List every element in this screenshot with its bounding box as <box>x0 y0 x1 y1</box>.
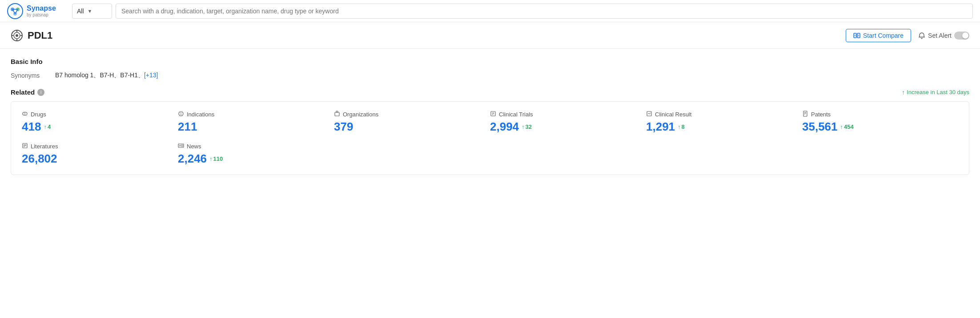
stat-increase: ↑110 <box>209 155 223 162</box>
navbar: Synapse by patsnap All ▼ <box>0 0 980 22</box>
increase-label: ↑ Increase in Last 30 days <box>902 89 969 96</box>
stats-grid-row2: Literatures26,802News2,246↑110 <box>22 143 958 166</box>
stat-label: Patents <box>802 111 958 118</box>
stat-label: Drugs <box>22 111 178 118</box>
stat-number[interactable]: 35,561 <box>802 120 838 134</box>
result-icon <box>646 111 652 118</box>
stat-label: Indications <box>178 111 334 118</box>
arrow-up-icon: ↑ <box>840 123 843 130</box>
logo-bypatsnap-label: by patsnap <box>27 12 56 17</box>
stats-grid-container: Drugs418↑4Indications211Organizations379… <box>11 101 969 175</box>
increase-value: 32 <box>526 123 532 130</box>
stat-label: Clinical Trials <box>490 111 646 118</box>
stat-label-text: Indications <box>187 111 214 118</box>
stat-number[interactable]: 211 <box>178 120 197 134</box>
stat-value-row: 418↑4 <box>22 120 178 134</box>
chevron-down-icon: ▼ <box>88 8 92 14</box>
stat-label-text: News <box>187 143 201 150</box>
org-icon <box>334 111 340 118</box>
svg-rect-22 <box>335 112 339 116</box>
stat-number[interactable]: 379 <box>334 120 353 134</box>
stat-item[interactable]: Literatures26,802 <box>22 143 178 166</box>
synonyms-more-link[interactable]: [+13] <box>144 72 158 79</box>
patents-icon <box>802 111 808 118</box>
toggle-knob <box>962 32 968 39</box>
arrow-up-icon: ↑ <box>522 123 525 130</box>
pill-icon <box>22 111 28 118</box>
stat-item[interactable]: Drugs418↑4 <box>22 111 178 134</box>
stat-item[interactable]: Patents35,561↑454 <box>802 111 958 134</box>
stat-item[interactable]: Organizations379 <box>334 111 490 134</box>
arrow-up-icon: ↑ <box>678 123 681 130</box>
stat-label: Organizations <box>334 111 490 118</box>
stat-label-text: Patents <box>811 111 831 118</box>
search-input-wrapper[interactable] <box>116 4 973 19</box>
synonyms-value: B7 homolog 1、B7-H、B7-H1、[+13] <box>55 72 158 80</box>
increase-value: 8 <box>682 123 685 130</box>
stat-number[interactable]: 1,291 <box>646 120 675 134</box>
stat-number[interactable]: 2,246 <box>178 152 207 166</box>
trials-icon <box>490 111 496 118</box>
stat-item[interactable]: News2,246↑110 <box>178 143 334 166</box>
svg-rect-41 <box>181 145 183 147</box>
category-dropdown[interactable]: All ▼ <box>72 4 112 19</box>
stat-value-row: 1,291↑8 <box>646 120 802 134</box>
stat-label-text: Drugs <box>31 111 46 118</box>
increase-value: 454 <box>844 123 854 130</box>
stat-item[interactable]: Clinical Result1,291↑8 <box>646 111 802 134</box>
title-bar: PDL1 Start Compare Set Alert <box>0 22 980 49</box>
increase-value: 4 <box>48 123 51 130</box>
stat-label: News <box>178 143 334 150</box>
stat-value-row: 379 <box>334 120 490 134</box>
stat-item[interactable]: Clinical Trials2,994↑32 <box>490 111 646 134</box>
literature-icon <box>22 143 28 150</box>
search-input[interactable] <box>121 8 967 15</box>
stat-value-row: 211 <box>178 120 334 134</box>
indications-icon <box>178 111 184 118</box>
stat-label-text: Organizations <box>343 111 378 118</box>
svg-point-9 <box>16 34 18 37</box>
stat-value-row: 2,994↑32 <box>490 120 646 134</box>
stat-increase: ↑32 <box>522 123 532 130</box>
synonyms-row: Synonyms B7 homolog 1、B7-H、B7-H1、[+13] <box>11 72 969 80</box>
main-content: Basic Info Synonyms B7 homolog 1、B7-H、B7… <box>0 49 980 184</box>
arrow-up-icon: ↑ <box>209 155 213 162</box>
related-title: Related <box>11 88 35 96</box>
stat-number[interactable]: 26,802 <box>22 152 57 166</box>
compare-icon <box>853 32 860 39</box>
increase-label-text: Increase in Last 30 days <box>907 89 969 95</box>
logo-area: Synapse by patsnap <box>7 3 65 19</box>
logo-synapse-label: Synapse <box>27 4 56 12</box>
basic-info-title: Basic Info <box>11 58 969 65</box>
stats-grid-row1: Drugs418↑4Indications211Organizations379… <box>22 111 958 134</box>
synonyms-text: B7 homolog 1、B7-H、B7-H1、 <box>55 72 144 79</box>
stat-increase: ↑454 <box>840 123 854 130</box>
set-alert-label: Set Alert <box>928 32 952 39</box>
logo-text: Synapse by patsnap <box>27 4 56 17</box>
increase-value: 110 <box>213 155 223 162</box>
stat-number[interactable]: 2,994 <box>490 120 519 134</box>
stat-label: Literatures <box>22 143 178 150</box>
set-alert-button[interactable]: Set Alert <box>918 32 969 40</box>
related-info-icon[interactable]: i <box>37 89 44 96</box>
stat-value-row: 35,561↑454 <box>802 120 958 134</box>
synonyms-label: Synonyms <box>11 72 55 79</box>
stat-number[interactable]: 418 <box>22 120 41 134</box>
start-compare-button[interactable]: Start Compare <box>846 29 911 42</box>
arrow-up-icon: ↑ <box>902 89 905 96</box>
stat-increase: ↑8 <box>678 123 685 130</box>
set-alert-toggle[interactable] <box>954 32 969 40</box>
target-icon <box>11 29 23 42</box>
svg-rect-30 <box>803 111 807 116</box>
synapse-logo-icon <box>7 3 23 19</box>
news-icon <box>178 143 184 150</box>
svg-point-20 <box>181 112 181 113</box>
bell-icon <box>918 32 925 39</box>
page-title: PDL1 <box>28 30 52 41</box>
stat-value-row: 2,246↑110 <box>178 152 334 166</box>
stat-item[interactable]: Indications211 <box>178 111 334 134</box>
stat-value-row: 26,802 <box>22 152 178 166</box>
stat-label: Clinical Result <box>646 111 802 118</box>
stat-increase: ↑4 <box>44 123 51 130</box>
stat-label-text: Clinical Trials <box>499 111 533 118</box>
